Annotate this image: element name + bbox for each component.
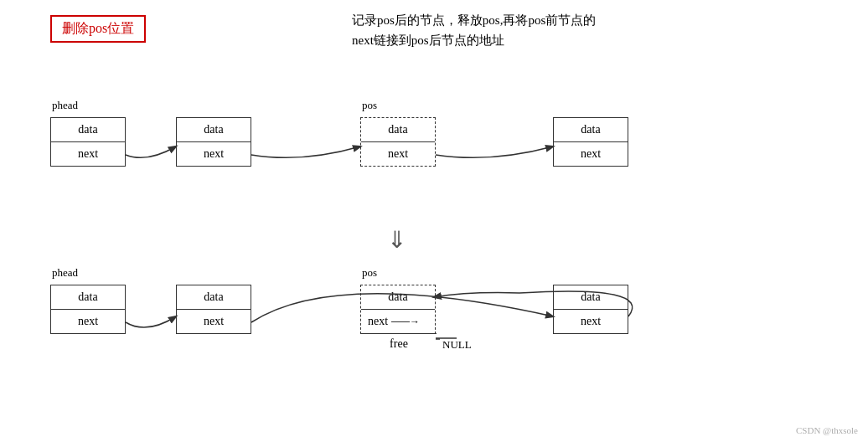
label-pos-top: pos [362, 99, 377, 112]
title-box: 删除pos位置 [50, 15, 146, 43]
node-b3-data: data [361, 285, 435, 310]
page-container: 删除pos位置 记录pos后的节点，释放pos,再将pos前节点的 next链接… [0, 0, 868, 442]
node-t1-next: next [51, 142, 125, 166]
node-b1: phead data next [50, 285, 126, 334]
node-b1-data: data [51, 285, 125, 310]
node-b2-next: next [177, 310, 251, 333]
down-arrow: ⇓ [387, 226, 406, 254]
description: 记录pos后的节点，释放pos,再将pos前节点的 next链接到pos后节点的… [352, 10, 596, 50]
title-text: 删除pos位置 [62, 21, 134, 35]
watermark: CSDN @thxsole [796, 425, 858, 435]
node-t3: pos data next [360, 117, 436, 167]
node-t4-data: data [554, 118, 628, 142]
node-b1-next: next [51, 310, 125, 333]
node-t1: phead data next [50, 117, 126, 167]
description-line2: next链接到pos后节点的地址 [352, 30, 596, 50]
arrows-svg [0, 0, 868, 442]
node-t2-data: data [177, 118, 251, 142]
node-b4-next: next [554, 310, 628, 333]
node-b3-next: next→ [361, 310, 435, 333]
description-line1: 记录pos后的节点，释放pos,再将pos前节点的 [352, 10, 596, 30]
node-b4-data: data [554, 285, 628, 310]
label-pos-bottom: pos [362, 266, 377, 280]
node-t2-next: next [177, 142, 251, 166]
node-t4-next: next [554, 142, 628, 166]
null-label: NULL [442, 338, 472, 352]
node-t1-data: data [51, 118, 125, 142]
node-t2: data next [176, 117, 251, 167]
node-b4: data next [553, 285, 628, 334]
node-t3-next: next [361, 142, 435, 166]
node-b3: pos data next→ free [360, 285, 436, 334]
node-b2: data next [176, 285, 251, 334]
node-t3-data: data [361, 118, 435, 142]
node-t4: data next [553, 117, 628, 167]
label-phead-bottom: phead [52, 266, 78, 280]
node-b2-data: data [177, 285, 251, 310]
label-phead-top: phead [52, 99, 78, 112]
free-label: free [361, 333, 437, 354]
